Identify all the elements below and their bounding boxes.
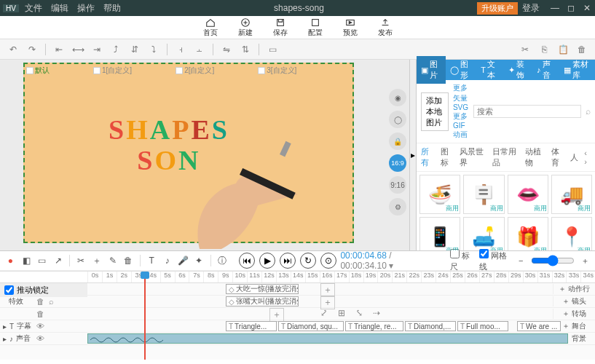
grid-toggle[interactable]: 网格线: [479, 249, 511, 272]
cat-people[interactable]: 人: [570, 152, 578, 163]
tl-brush-icon[interactable]: ✎: [106, 254, 119, 267]
cat-scenery[interactable]: 风景世界: [460, 146, 486, 168]
copy-button[interactable]: ⎘: [537, 42, 551, 57]
eye-icon[interactable]: 🗑: [36, 297, 44, 306]
camera-icon[interactable]: ◉: [389, 89, 406, 106]
time-ruler[interactable]: 0s1s2s3s4s5s6s7s8s9s10s11s12s13s14s15s16…: [0, 272, 595, 283]
next-button[interactable]: ⏭: [280, 253, 296, 269]
close-button[interactable]: ✕: [582, 3, 592, 13]
tl-export-icon[interactable]: ↗: [52, 254, 64, 267]
home-button[interactable]: 首页: [203, 17, 218, 38]
dist-h-button[interactable]: ⫞: [173, 42, 188, 57]
transition-tool[interactable]: ⇢: [373, 308, 380, 318]
layer-tab-2[interactable]: 2[自定义]: [176, 66, 214, 76]
canvas-area[interactable]: 默认 1[自定义] 2[自定义] 3[自定义] SHAPES SON: [0, 60, 386, 250]
record-button[interactable]: ●: [4, 254, 17, 267]
scene-text-object[interactable]: SHAPES SON: [109, 115, 229, 176]
search-input[interactable]: [473, 105, 581, 118]
eye-icon[interactable]: 👁: [36, 334, 44, 343]
eye-icon[interactable]: 🗑: [36, 309, 44, 318]
timeline-clip[interactable]: ◇张嘴大叫(播放完消失): [226, 296, 299, 306]
publish-button[interactable]: 发布: [378, 17, 393, 38]
add-track-button[interactable]: ＋ 动作行: [553, 284, 595, 294]
timeline-clip[interactable]: TFull moo...: [457, 321, 508, 331]
asset-noodles[interactable]: 🍜商用: [419, 175, 460, 214]
loop-button[interactable]: ↻: [300, 253, 316, 269]
prev-button[interactable]: ⏮: [239, 253, 255, 269]
canvas-stage[interactable]: 默认 1[自定义] 2[自定义] 3[自定义] SHAPES SON: [23, 63, 354, 243]
timeline-clip[interactable]: TDiamond, squ...: [278, 321, 344, 331]
zoom-in-icon[interactable]: ＋: [579, 254, 591, 267]
upgrade-button[interactable]: 升级账户: [477, 2, 518, 15]
flip-v-button[interactable]: ⇅: [238, 42, 253, 57]
align-right-button[interactable]: ⇥: [90, 42, 104, 57]
tl-tool-1[interactable]: ◧: [20, 254, 33, 267]
new-button[interactable]: 新建: [238, 17, 253, 38]
collapse-toggle[interactable]: 推动锁定: [0, 283, 87, 297]
minimize-button[interactable]: —: [550, 3, 560, 13]
tl-tool-2[interactable]: ▭: [36, 254, 48, 267]
timeline-clip[interactable]: [87, 333, 568, 344]
search-icon[interactable]: ⌕: [586, 106, 591, 116]
align-bottom-button[interactable]: ⤵: [146, 42, 161, 57]
cut-button[interactable]: ✂: [518, 42, 532, 57]
tl-fx-icon[interactable]: ✦: [193, 254, 205, 267]
tl-text-icon[interactable]: T: [146, 254, 158, 267]
ruler-toggle[interactable]: 标尺: [450, 249, 475, 272]
align-left-button[interactable]: ⇤: [52, 42, 66, 57]
paste-button[interactable]: 📋: [556, 42, 570, 57]
expand-icon[interactable]: ⌕: [49, 297, 54, 306]
layer-tab-3[interactable]: 3[自定义]: [258, 66, 296, 76]
delete-button[interactable]: 🗑: [575, 42, 589, 57]
dist-v-button[interactable]: ⫠: [192, 42, 207, 57]
menu-action[interactable]: 操作: [77, 2, 95, 15]
transition-tool[interactable]: ⤥: [355, 308, 363, 318]
add-track-button[interactable]: ＋ 镜头: [553, 296, 595, 306]
save-button[interactable]: 保存: [273, 17, 288, 38]
flip-h-button[interactable]: ⇋: [219, 42, 234, 57]
layer-tab-1[interactable]: 1[自定义]: [93, 66, 132, 76]
tl-mic-icon[interactable]: 🎤: [177, 254, 189, 267]
align-top-button[interactable]: ⤴: [109, 42, 123, 57]
redo-button[interactable]: ↷: [25, 42, 39, 57]
login-button[interactable]: 登录: [522, 2, 540, 15]
circle-tool-icon[interactable]: ◯: [389, 111, 406, 128]
lock-icon[interactable]: 🔒: [389, 132, 406, 150]
tl-add-icon[interactable]: ＋: [91, 254, 103, 267]
playhead[interactable]: [144, 273, 146, 360]
timeline-clip[interactable]: TTriangle...: [226, 321, 277, 331]
more-svg-link[interactable]: 更多矢量SVG: [453, 83, 469, 111]
layer-tab-default[interactable]: 默认: [26, 66, 50, 76]
align-center-button[interactable]: ⟷: [71, 42, 85, 57]
more-gif-link[interactable]: 更多GIF动画: [453, 111, 469, 140]
cat-all[interactable]: 所有: [421, 146, 435, 168]
timeline-clip[interactable]: TWe are ...: [517, 321, 561, 331]
stop-button[interactable]: ⊙: [320, 253, 336, 269]
preview-button[interactable]: 预览: [343, 17, 358, 38]
layer-button[interactable]: ▭: [265, 42, 280, 57]
tl-cut-icon[interactable]: ✂: [75, 254, 87, 267]
asset-sofa[interactable]: 🛋️商用: [463, 217, 504, 250]
eye-icon[interactable]: 👁: [36, 322, 44, 331]
asset-map-pin[interactable]: 📍商用: [551, 217, 592, 250]
cat-daily[interactable]: 日常用品: [492, 146, 519, 168]
add-track-button[interactable]: ＋ 转场: [553, 309, 595, 319]
tl-sound-icon[interactable]: ♪: [161, 254, 173, 267]
align-middle-button[interactable]: ⇵: [127, 42, 142, 57]
config-button[interactable]: 配置: [308, 17, 323, 38]
cat-icon[interactable]: 图标: [441, 146, 454, 168]
menu-file[interactable]: 文件: [25, 2, 42, 15]
import-local-button[interactable]: 添加本地图片: [421, 92, 449, 131]
asset-sign[interactable]: 🪧商用: [463, 175, 504, 214]
undo-button[interactable]: ↶: [6, 42, 20, 57]
timeline-clip[interactable]: ◇大吃一惊(播放完消失): [226, 284, 299, 294]
cat-animal[interactable]: 动植物: [525, 146, 545, 168]
menu-edit[interactable]: 编辑: [51, 2, 68, 15]
timeline-clip[interactable]: TTriangle, re...: [345, 321, 403, 331]
asset-truck[interactable]: 🚚商用: [551, 175, 592, 214]
aspect-9-16-button[interactable]: 9:16: [389, 176, 406, 194]
cat-sport[interactable]: 体育: [551, 146, 565, 168]
zoom-out-icon[interactable]: −: [515, 254, 527, 267]
aspect-16-9-button[interactable]: 16:9: [389, 154, 406, 172]
play-button[interactable]: ▶: [259, 253, 275, 269]
